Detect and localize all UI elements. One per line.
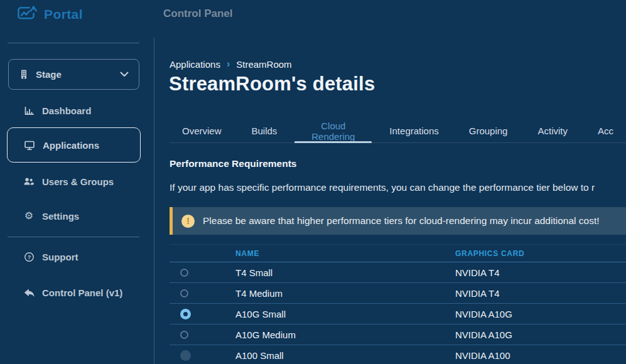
monitor-icon <box>24 140 35 151</box>
sidebar-item-label: Control Panel (v1) <box>42 287 122 298</box>
warning-banner: ! Please be aware that higher performanc… <box>170 207 626 235</box>
tier-radio[interactable] <box>180 269 188 277</box>
sidebar-item-label: Support <box>42 252 78 262</box>
users-icon <box>23 176 35 186</box>
tab-overview[interactable]: Overview <box>170 119 234 142</box>
tier-graphics-card: NVIDIA T4 <box>455 267 626 278</box>
tier-radio[interactable] <box>180 289 188 297</box>
tab-bar: Overview Builds Cloud Rendering Integrat… <box>170 119 626 143</box>
logo-text: Portal <box>44 7 83 22</box>
tier-table: NAME GRAPHICS CARD T4 Small NVIDIA T4 T4… <box>170 244 626 364</box>
tier-graphics-card: NVIDIA A10G <box>455 329 626 340</box>
table-header-row: NAME GRAPHICS CARD <box>170 244 626 262</box>
portal-logo-icon <box>16 6 38 23</box>
sidebar-item-label: Dashboard <box>42 105 91 116</box>
table-row[interactable]: A100 Small NVIDIA A100 <box>170 345 626 364</box>
table-row[interactable]: T4 Small NVIDIA T4 <box>170 262 626 283</box>
tier-graphics-card: NVIDIA A10G <box>455 309 626 319</box>
svg-text:?: ? <box>27 254 31 260</box>
help-circle-icon: ? <box>23 252 35 262</box>
tier-graphics-card: NVIDIA T4 <box>455 288 626 299</box>
sidebar-item-applications[interactable]: Applications <box>7 127 141 163</box>
sidebar-divider <box>8 237 139 237</box>
tier-name: A100 Small <box>235 350 455 361</box>
table-row[interactable]: A10G Medium NVIDIA A10G <box>170 324 626 345</box>
sidebar-item-settings[interactable]: ⚙ Settings <box>8 208 139 223</box>
tab-cloud-rendering[interactable]: Cloud Rendering <box>294 119 372 142</box>
back-arrow-icon <box>23 287 35 297</box>
logo[interactable]: Portal <box>16 6 83 23</box>
column-header-name: NAME <box>235 249 455 258</box>
tier-radio[interactable] <box>180 331 188 339</box>
tier-name: A10G Medium <box>235 329 455 340</box>
sidebar-item-dashboard[interactable]: Dashboard <box>8 103 139 118</box>
bar-chart-icon <box>23 105 35 116</box>
topbar-title: Control Panel <box>163 8 233 20</box>
page-title: StreamRoom's details <box>169 73 375 95</box>
tier-graphics-card: NVIDIA A100 <box>455 350 626 361</box>
column-header-graphics-card: GRAPHICS CARD <box>455 249 626 258</box>
sidebar-item-label: Applications <box>43 140 99 151</box>
tier-name: A10G Small <box>235 309 455 319</box>
building-icon <box>19 69 29 80</box>
section-description: If your app has specific performance req… <box>170 182 626 193</box>
breadcrumb-link-applications[interactable]: Applications <box>170 59 220 70</box>
tab-integrations[interactable]: Integrations <box>377 119 451 142</box>
gear-icon: ⚙ <box>23 211 35 221</box>
table-row[interactable]: T4 Medium NVIDIA T4 <box>170 283 626 304</box>
chevron-down-icon <box>120 72 129 77</box>
sidebar: Portal Stage <box>0 0 154 364</box>
breadcrumb: Applications › StreamRoom <box>170 58 292 70</box>
breadcrumb-current: StreamRoom <box>236 59 291 70</box>
warning-text: Please be aware that higher performance … <box>203 215 600 227</box>
tab-builds[interactable]: Builds <box>239 119 290 142</box>
tab-activity[interactable]: Activity <box>525 119 580 142</box>
tier-radio[interactable] <box>180 350 191 361</box>
table-row[interactable]: A10G Small NVIDIA A10G <box>170 304 626 324</box>
tier-radio[interactable] <box>180 309 191 319</box>
breadcrumb-separator-icon: › <box>227 58 230 70</box>
tier-name: T4 Small <box>235 267 455 278</box>
sidebar-border <box>154 38 154 364</box>
sidebar-item-support[interactable]: ? Support <box>8 249 139 264</box>
tab-grouping[interactable]: Grouping <box>456 119 521 142</box>
sidebar-item-control-panel-v1[interactable]: Control Panel (v1) <box>8 285 139 300</box>
stage-selector[interactable]: Stage <box>8 59 139 90</box>
sidebar-item-label: Users & Groups <box>42 176 114 187</box>
stage-selector-label: Stage <box>36 69 62 80</box>
section-heading: Performance Requirements <box>170 158 296 169</box>
sidebar-item-users-groups[interactable]: Users & Groups <box>8 174 139 189</box>
tab-acc[interactable]: Acc <box>585 119 626 142</box>
sidebar-item-label: Settings <box>42 211 79 222</box>
tier-name: T4 Medium <box>235 288 455 299</box>
sidebar-divider <box>8 43 139 43</box>
warning-icon: ! <box>181 215 195 228</box>
